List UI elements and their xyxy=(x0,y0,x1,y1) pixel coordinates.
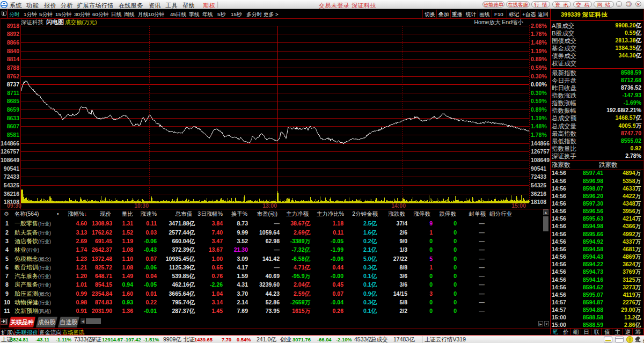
svg-text:36216: 36216 xyxy=(4,191,19,197)
svg-text:0.89%: 0.89% xyxy=(531,56,547,62)
svg-text:14:00: 14:00 xyxy=(391,202,406,209)
svg-text:8685: 8685 xyxy=(7,98,20,104)
svg-text:72433: 72433 xyxy=(4,173,19,180)
svg-text:1.19%: 1.19% xyxy=(531,115,547,121)
svg-text:108649: 108649 xyxy=(531,157,550,163)
svg-text:0.00%: 0.00% xyxy=(531,81,547,87)
svg-text:0.89%: 0.89% xyxy=(531,106,547,113)
svg-text:0.30%: 0.30% xyxy=(531,90,547,96)
svg-text:8866: 8866 xyxy=(7,39,20,46)
svg-text:成交额(万元): 成交额(万元) xyxy=(65,19,97,25)
svg-text:10:30: 10:30 xyxy=(134,202,149,209)
svg-text:0.59%: 0.59% xyxy=(531,98,547,104)
svg-text:2.08%: 2.08% xyxy=(531,23,547,29)
svg-text:13:00: 13:00 xyxy=(262,202,277,209)
svg-text:8659: 8659 xyxy=(7,106,20,113)
svg-text:36216: 36216 xyxy=(531,191,546,197)
svg-text:1.78%: 1.78% xyxy=(531,31,547,37)
svg-text:144866: 144866 xyxy=(1,140,19,147)
svg-text:54325: 54325 xyxy=(4,182,19,188)
svg-text:8737: 8737 xyxy=(7,81,20,87)
svg-text:90541: 90541 xyxy=(4,165,19,172)
svg-text:8892: 8892 xyxy=(7,31,20,37)
svg-text:8814: 8814 xyxy=(7,56,20,62)
svg-text:8633: 8633 xyxy=(7,115,20,121)
svg-text:1.78%: 1.78% xyxy=(531,132,547,138)
svg-text:18108: 18108 xyxy=(531,199,546,205)
svg-text:0.59%: 0.59% xyxy=(531,64,547,71)
svg-text:Home放大 End缩小: Home放大 End缩小 xyxy=(474,19,523,25)
svg-text:54325: 54325 xyxy=(531,182,546,188)
svg-text:1.48%: 1.48% xyxy=(531,39,547,46)
svg-text:15:00: 15:00 xyxy=(511,202,526,209)
svg-text:144866: 144866 xyxy=(531,140,550,147)
svg-text:8840: 8840 xyxy=(7,48,20,54)
svg-text:1.48%: 1.48% xyxy=(531,123,547,129)
svg-text:8918: 8918 xyxy=(7,23,20,29)
svg-text:09:30: 09:30 xyxy=(7,202,21,209)
svg-text:72433: 72433 xyxy=(531,173,546,180)
svg-text:闪电图: 闪电图 xyxy=(46,19,64,25)
svg-text:8607: 8607 xyxy=(7,123,20,129)
svg-text:126757: 126757 xyxy=(1,148,19,155)
svg-text:8788: 8788 xyxy=(7,64,20,71)
svg-text:108649: 108649 xyxy=(1,157,19,163)
svg-text:0.30%: 0.30% xyxy=(531,73,547,79)
svg-text:8762: 8762 xyxy=(7,73,20,79)
svg-text:深证科技: 深证科技 xyxy=(20,19,43,25)
svg-text:1.19%: 1.19% xyxy=(531,48,547,54)
svg-text:8711: 8711 xyxy=(7,90,19,96)
svg-text:126757: 126757 xyxy=(531,148,550,155)
svg-text:8581: 8581 xyxy=(7,132,20,138)
svg-text:90541: 90541 xyxy=(531,165,546,172)
